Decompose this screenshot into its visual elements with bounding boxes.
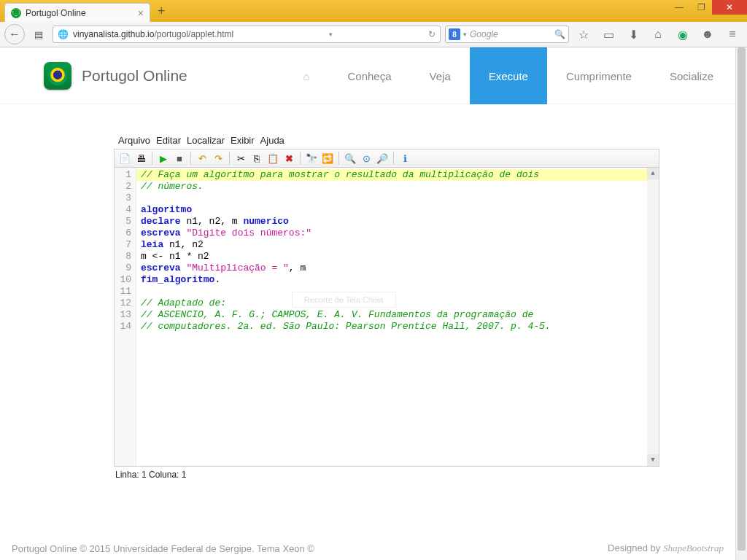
new-file-icon[interactable]: 📄 bbox=[117, 151, 132, 166]
code-editor[interactable]: 1234567891011121314 // Faça um algoritmo… bbox=[114, 168, 659, 467]
home-icon[interactable]: ⌂ bbox=[648, 24, 668, 44]
nav-veja[interactable]: Veja bbox=[411, 47, 470, 104]
separator bbox=[300, 152, 301, 165]
code-line[interactable]: // Adaptado de: bbox=[141, 298, 659, 309]
zoom-reset-icon[interactable]: ⊙ bbox=[359, 151, 374, 166]
search-icon[interactable]: 🔍 bbox=[554, 29, 565, 39]
menu-arquivo[interactable]: Arquivo bbox=[117, 135, 152, 146]
line-number: 4 bbox=[115, 204, 136, 216]
line-number: 10 bbox=[115, 274, 136, 286]
downloads-icon[interactable]: ⬇ bbox=[623, 24, 643, 44]
copy-icon[interactable]: ⎘ bbox=[249, 151, 264, 166]
search-placeholder: Google bbox=[470, 29, 551, 39]
nav-execute[interactable]: Execute bbox=[470, 47, 547, 104]
browser-titlebar: Portugol Online × + — ❐ ✕ bbox=[0, 0, 747, 22]
code-line[interactable] bbox=[141, 286, 659, 298]
dropdown-icon[interactable]: ▾ bbox=[329, 31, 333, 38]
menu-editar[interactable]: Editar bbox=[155, 135, 182, 146]
menu-exibir[interactable]: Exibir bbox=[229, 135, 256, 146]
info-icon[interactable]: ℹ bbox=[398, 151, 412, 166]
editor-scrollbar[interactable]: ▲ ▼ bbox=[647, 168, 659, 466]
nav-cumprimente[interactable]: Cumprimente bbox=[547, 47, 651, 104]
line-number: 9 bbox=[115, 262, 136, 274]
menu-ajuda[interactable]: Ajuda bbox=[259, 135, 286, 146]
undo-icon[interactable]: ↶ bbox=[195, 151, 209, 166]
delete-icon[interactable]: ✖ bbox=[282, 151, 296, 166]
redo-icon[interactable]: ↷ bbox=[211, 151, 225, 166]
scrollbar-thumb[interactable] bbox=[738, 47, 746, 551]
code-line[interactable]: declare n1, n2, m numerico bbox=[141, 216, 659, 228]
code-line[interactable]: escreva "Digite dois números:" bbox=[141, 228, 659, 239]
menu-localizar[interactable]: Localizar bbox=[185, 135, 226, 146]
extension-icon[interactable]: ◉ bbox=[673, 24, 693, 44]
code-line[interactable]: leia n1, n2 bbox=[141, 239, 659, 251]
stop-icon[interactable]: ■ bbox=[172, 151, 187, 166]
code-line[interactable]: escreva "Multiplicação = ", m bbox=[141, 262, 659, 274]
line-number: 13 bbox=[115, 309, 136, 321]
line-number: 5 bbox=[115, 216, 136, 228]
url-path: /portugol/applet.html bbox=[154, 29, 233, 39]
maximize-button[interactable]: ❐ bbox=[690, 0, 712, 15]
nav-socialize[interactable]: Socialize bbox=[651, 47, 732, 104]
reload-icon[interactable]: ↻ bbox=[428, 29, 436, 39]
scroll-down-icon[interactable]: ▼ bbox=[647, 454, 659, 466]
scroll-up-icon[interactable]: ▲ bbox=[647, 168, 659, 179]
browser-navbar: ← ▤ 🌐 vinyanalista.github.io/portugol/ap… bbox=[0, 22, 747, 47]
separator bbox=[393, 152, 394, 165]
code-line[interactable]: // computadores. 2a. ed. São Paulo: Pear… bbox=[141, 321, 659, 332]
tab-close-icon[interactable]: × bbox=[138, 8, 144, 18]
url-bar[interactable]: 🌐 vinyanalista.github.io/portugol/applet… bbox=[53, 26, 441, 43]
editor: Arquivo Editar Localizar Exibir Ajuda 📄 … bbox=[114, 133, 659, 483]
line-number: 1 bbox=[115, 169, 136, 181]
menu-icon[interactable]: ≡ bbox=[722, 24, 743, 44]
site-logo[interactable] bbox=[44, 62, 71, 90]
zoom-in-icon[interactable]: 🔍 bbox=[343, 151, 357, 166]
cut-icon[interactable]: ✂ bbox=[233, 151, 248, 166]
face-icon[interactable]: ☻ bbox=[697, 24, 718, 44]
page-viewport: Portugol Online ⌂ Conheça Veja Execute C… bbox=[0, 47, 747, 560]
globe-icon: 🌐 bbox=[58, 29, 69, 39]
back-button[interactable]: ← bbox=[4, 24, 25, 44]
library-icon[interactable]: ▭ bbox=[598, 24, 619, 44]
search-bar[interactable]: 8 ▾ Google 🔍 bbox=[445, 26, 569, 43]
zoom-out-icon[interactable]: 🔎 bbox=[375, 151, 390, 166]
find-icon[interactable]: 🔭 bbox=[304, 151, 319, 166]
run-icon[interactable]: ▶ bbox=[156, 151, 171, 166]
bookmark-icon[interactable]: ☆ bbox=[573, 24, 594, 44]
code-line[interactable]: // ASCENCIO, A. F. G.; CAMPOS, E. A. V. … bbox=[141, 309, 659, 321]
google-icon: 8 bbox=[449, 28, 460, 40]
new-tab-button[interactable]: + bbox=[150, 4, 173, 19]
url-domain: vinyanalista.github.io bbox=[73, 29, 154, 39]
browser-tab[interactable]: Portugol Online × bbox=[4, 3, 150, 22]
line-number: 8 bbox=[115, 251, 136, 262]
page-scrollbar[interactable] bbox=[735, 47, 747, 560]
code-body[interactable]: // Faça um algoritmo para mostrar o resu… bbox=[136, 168, 659, 466]
paste-icon[interactable]: 📋 bbox=[266, 151, 280, 166]
replace-icon[interactable]: 🔁 bbox=[320, 151, 335, 166]
editor-menubar: Arquivo Editar Localizar Exibir Ajuda bbox=[114, 133, 659, 149]
nav-home[interactable]: ⌂ bbox=[284, 47, 328, 104]
editor-status: Linha: 1 Coluna: 1 bbox=[114, 467, 659, 483]
favicon-icon bbox=[11, 8, 21, 18]
line-number: 2 bbox=[115, 181, 136, 192]
code-line[interactable] bbox=[141, 192, 659, 204]
code-line[interactable]: fim_algoritmo. bbox=[141, 274, 659, 286]
nav-conheca[interactable]: Conheça bbox=[328, 47, 410, 104]
minimize-button[interactable]: — bbox=[668, 0, 690, 15]
code-line[interactable]: m <- n1 * n2 bbox=[141, 251, 659, 262]
search-engine-dropdown-icon[interactable]: ▾ bbox=[463, 31, 467, 38]
code-line[interactable]: // números. bbox=[141, 181, 659, 192]
line-number: 3 bbox=[115, 192, 136, 204]
separator bbox=[229, 152, 230, 165]
line-number: 11 bbox=[115, 286, 136, 298]
code-line[interactable]: algoritmo bbox=[141, 204, 659, 216]
sidebar-toggle-icon[interactable]: ▤ bbox=[29, 25, 48, 44]
snip-overlay: Recorte de Tela Cheia bbox=[292, 292, 396, 308]
print-icon[interactable]: 🖶 bbox=[133, 151, 148, 166]
line-number: 14 bbox=[115, 321, 136, 332]
line-number: 6 bbox=[115, 228, 136, 239]
editor-toolbar: 📄 🖶 ▶ ■ ↶ ↷ ✂ ⎘ 📋 ✖ 🔭 🔁 🔍 ⊙ 🔎 ℹ bbox=[114, 149, 659, 168]
separator bbox=[152, 152, 152, 165]
site-title: Portugol Online bbox=[82, 67, 187, 85]
close-button[interactable]: ✕ bbox=[712, 0, 747, 15]
